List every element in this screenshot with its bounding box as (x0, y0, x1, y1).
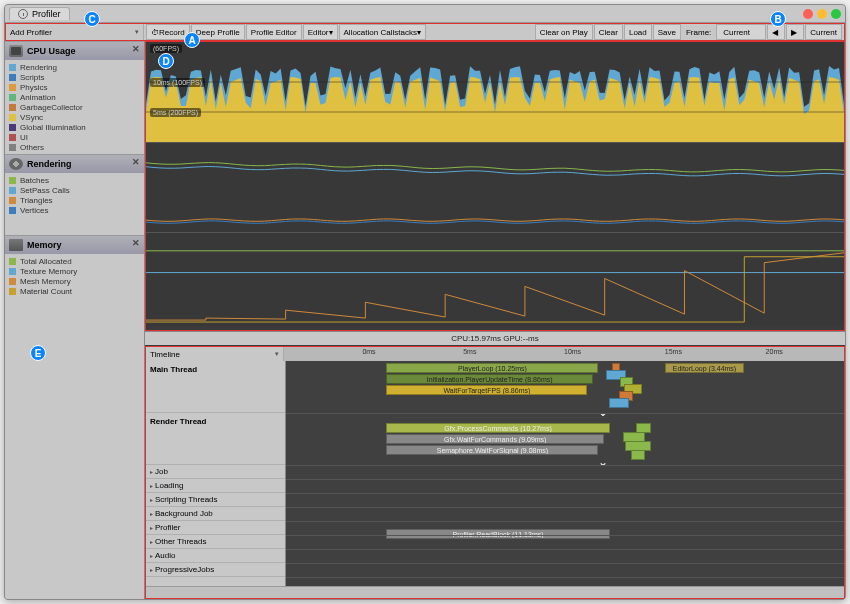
legend-swatch (9, 104, 16, 111)
editor-dropdown[interactable]: Editor ▾ (303, 24, 338, 40)
legend-item[interactable]: Batches (9, 175, 140, 185)
frame-current-value: Current (716, 24, 766, 40)
legend-swatch (9, 144, 16, 151)
cpu-module-title: CPU Usage (27, 46, 76, 56)
legend-swatch (9, 114, 16, 121)
memory-module-title: Memory (27, 240, 62, 250)
legend-item[interactable]: Vertices (9, 205, 140, 215)
memory-module-header[interactable]: Memory ✕ (5, 235, 144, 254)
expand-icon: ▸ (150, 496, 153, 503)
thread-label[interactable]: ▸Scripting Threads (146, 493, 285, 507)
legend-label: Vertices (20, 206, 48, 215)
save-button[interactable]: Save (653, 24, 681, 40)
legend-label: UI (20, 133, 28, 142)
thread-label[interactable]: ▸ProgressiveJobs (146, 563, 285, 577)
legend-item[interactable]: SetPass Calls (9, 185, 140, 195)
close-module-icon[interactable]: ✕ (132, 238, 140, 248)
legend-item[interactable]: Total Allocated (9, 256, 140, 266)
timeline-bar[interactable]: Gfx.ProcessCommands (10.27ms) (386, 423, 609, 433)
current-frame-button[interactable]: Current (805, 24, 842, 40)
legend-item[interactable]: Others (9, 142, 140, 152)
clear-on-play-button[interactable]: Clear on Play (535, 24, 593, 40)
legend-item[interactable]: Animation (9, 92, 140, 102)
thread-label[interactable]: ▸Background Job (146, 507, 285, 521)
legend-label: Scripts (20, 73, 44, 82)
chevron-down-icon[interactable]: ⌄ (598, 455, 608, 469)
add-profiler-dropdown[interactable]: Add Profiler ▾ (6, 24, 144, 40)
ruler-tick: 10ms (564, 348, 581, 355)
add-profiler-label: Add Profiler (10, 28, 135, 37)
profile-editor-button[interactable]: Profile Editor (246, 24, 302, 40)
timeline-bar[interactable]: Gfx.WaitForCommands (9.09ms) (386, 434, 604, 444)
main-panel: (60FPS) 10ms (100FPS) 5ms (200FPS) CPU:1… (145, 41, 845, 599)
close-module-icon[interactable]: ✕ (132, 44, 140, 54)
thread-label[interactable]: ▸Loading (146, 479, 285, 493)
cpu-chart[interactable]: (60FPS) 10ms (100FPS) 5ms (200FPS) (146, 42, 844, 142)
thread-label[interactable]: ▸Other Threads (146, 535, 285, 549)
chevron-down-icon[interactable]: ⌄ (598, 405, 608, 419)
horizontal-scrollbar[interactable] (146, 586, 844, 598)
timeline-section: Timeline ▾ 0ms5ms10ms15ms20ms Main Threa… (145, 346, 845, 599)
legend-item[interactable]: GarbageCollector (9, 102, 140, 112)
rendering-legend: BatchesSetPass CallsTrianglesVertices (5, 173, 144, 235)
fps-badge-100: 10ms (100FPS) (150, 78, 205, 87)
legend-item[interactable]: VSync (9, 112, 140, 122)
thread-label: Render Thread (146, 413, 285, 465)
timeline-tracks[interactable]: PlayerLoop (10.25ms)Initialization.Playe… (286, 361, 844, 586)
timeline-bar[interactable]: Semaphore.WaitForSignal (9.08ms) (386, 445, 598, 455)
profiler-tab[interactable]: Profiler (9, 7, 70, 20)
thread-label[interactable]: ▸Audio (146, 549, 285, 563)
legend-item[interactable]: Global Illumination (9, 122, 140, 132)
rendering-icon (9, 158, 23, 170)
rendering-chart[interactable] (146, 142, 844, 232)
expand-icon: ▸ (150, 524, 153, 531)
legend-item[interactable]: UI (9, 132, 140, 142)
legend-item[interactable]: Rendering (9, 62, 140, 72)
timeline-bar[interactable]: EditorLoop (3.44ms) (665, 363, 743, 373)
legend-swatch (9, 177, 16, 184)
legend-item[interactable]: Scripts (9, 72, 140, 82)
cpu-module-header[interactable]: CPU Usage ✕ (5, 41, 144, 60)
expand-icon: ▸ (150, 510, 153, 517)
timeline-bar[interactable]: PlayerLoop (10.25ms) (386, 363, 598, 373)
load-button[interactable]: Load (624, 24, 652, 40)
timeline-bar[interactable]: WaitForTargetFPS (8.86ms) (386, 385, 587, 395)
legend-item[interactable]: Material Count (9, 286, 140, 296)
charts-area[interactable]: (60FPS) 10ms (100FPS) 5ms (200FPS) (145, 41, 845, 331)
next-frame-button[interactable]: ▶ (786, 24, 804, 40)
rendering-module-title: Rendering (27, 159, 72, 169)
thread-name: Main Thread (150, 365, 197, 374)
minimize-window-icon[interactable] (817, 9, 827, 19)
timeline-header: Timeline ▾ 0ms5ms10ms15ms20ms (146, 347, 844, 361)
thread-label[interactable]: ▸Profiler (146, 521, 285, 535)
legend-swatch (9, 94, 16, 101)
legend-item[interactable]: Physics (9, 82, 140, 92)
close-module-icon[interactable]: ✕ (132, 157, 140, 167)
thread-name: Other Threads (155, 537, 206, 546)
legend-swatch (9, 288, 16, 295)
timeline-view-dropdown[interactable]: Timeline ▾ (146, 347, 284, 361)
memory-chart[interactable] (146, 232, 844, 326)
thread-labels: Main ThreadRender Thread▸Job▸Loading▸Scr… (146, 361, 286, 586)
ruler-tick: 15ms (665, 348, 682, 355)
thread-label[interactable]: ▸Job (146, 465, 285, 479)
legend-swatch (9, 187, 16, 194)
legend-label: Mesh Memory (20, 277, 71, 286)
close-window-icon[interactable] (803, 9, 813, 19)
timeline-bar[interactable]: Profiler.ReadBlock (11.13ms) (386, 529, 609, 539)
legend-item[interactable]: Texture Memory (9, 266, 140, 276)
callout-e: E (30, 345, 46, 361)
timeline-bar[interactable] (609, 398, 630, 408)
timeline-bar[interactable]: Initialization.PlayerUpdateTime (8.86ms) (386, 374, 592, 384)
legend-item[interactable]: Mesh Memory (9, 276, 140, 286)
titlebar: Profiler (5, 5, 845, 23)
time-ruler[interactable]: 0ms5ms10ms15ms20ms (284, 347, 844, 361)
clear-button[interactable]: Clear (594, 24, 623, 40)
rendering-module-header[interactable]: Rendering ✕ (5, 154, 144, 173)
timeline-bar[interactable] (631, 450, 644, 460)
legend-swatch (9, 134, 16, 141)
legend-item[interactable]: Triangles (9, 195, 140, 205)
frame-label: Frame: (682, 24, 715, 40)
maximize-window-icon[interactable] (831, 9, 841, 19)
allocation-callstacks-dropdown[interactable]: Allocation Callstacks ▾ (339, 24, 426, 40)
